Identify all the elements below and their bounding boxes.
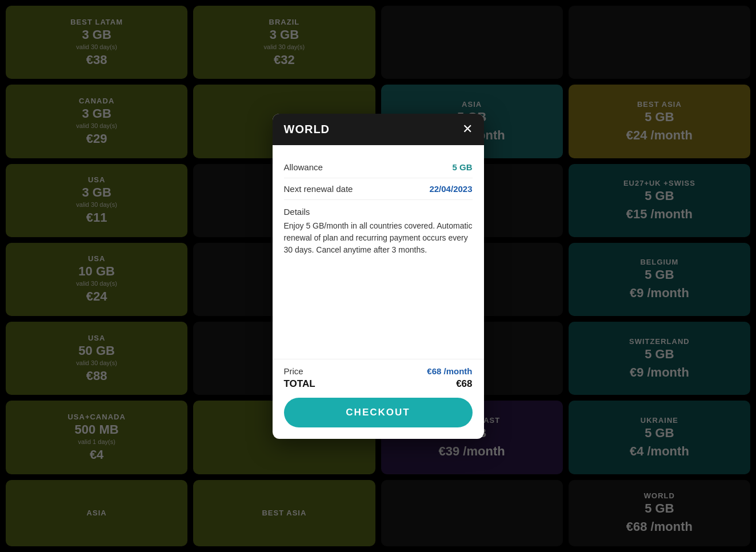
modal-header: WORLD ✕	[273, 114, 484, 145]
total-row: TOTAL €68	[284, 378, 473, 390]
checkout-button[interactable]: CHECKOUT	[284, 398, 473, 427]
renewal-row: Next renewal date 22/04/2023	[284, 178, 473, 200]
details-label: Details	[284, 207, 473, 217]
modal-footer: Price €68 /month TOTAL €68 CHECKOUT	[273, 359, 484, 439]
allowance-row: Allowance 5 GB	[284, 157, 473, 178]
modal-body: Allowance 5 GB Next renewal date 22/04/2…	[273, 145, 484, 359]
modal-title: WORLD	[284, 123, 330, 136]
total-value: €68	[456, 378, 472, 390]
total-label: TOTAL	[284, 378, 315, 390]
world-modal: WORLD ✕ Allowance 5 GB Next renewal date…	[273, 114, 484, 439]
renewal-label: Next renewal date	[284, 184, 353, 194]
modal-close-button[interactable]: ✕	[462, 123, 473, 135]
modal-spacer	[284, 256, 473, 359]
renewal-value: 22/04/2023	[429, 184, 472, 194]
details-section: Details Enjoy 5 GB/month in all countrie…	[284, 200, 473, 256]
allowance-label: Allowance	[284, 162, 323, 172]
details-text: Enjoy 5 GB/month in all countries covere…	[284, 220, 473, 256]
allowance-value: 5 GB	[452, 162, 472, 172]
modal-overlay: WORLD ✕ Allowance 5 GB Next renewal date…	[0, 0, 756, 552]
price-value: €68 /month	[427, 366, 472, 376]
price-label: Price	[284, 366, 303, 376]
price-row: Price €68 /month	[284, 366, 473, 376]
